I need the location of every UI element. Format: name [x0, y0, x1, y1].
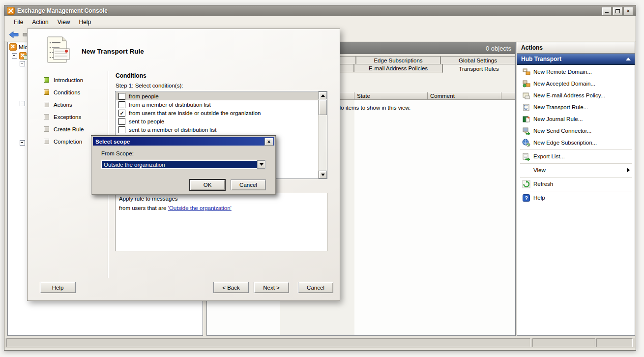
exchange-tree-icon — [9, 43, 17, 51]
scroll-up-icon[interactable] — [319, 91, 327, 99]
journal-rule-icon — [522, 115, 530, 123]
screen: Exchange Management Console × File Actio… — [0, 0, 644, 357]
step1-label: Step 1: Select condition(s): — [116, 83, 183, 89]
minimize-icon — [605, 12, 609, 13]
accepted-domain-icon — [522, 80, 530, 88]
submenu-arrow-icon — [627, 168, 630, 173]
scrollbar-thumb[interactable] — [319, 100, 327, 115]
wizard-help-button[interactable]: Help — [40, 282, 76, 293]
description-prefix: from users that are — [119, 205, 168, 211]
condition-row-from-people[interactable]: from people — [116, 92, 318, 100]
description-line1: Apply rule to messages — [119, 196, 323, 202]
rule-description-box: Apply rule to messages from users that a… — [115, 193, 327, 251]
tab-edge-subscriptions[interactable]: Edge Subscriptions — [356, 56, 440, 64]
tree-node-level2-a[interactable] — [20, 61, 25, 66]
menu-help[interactable]: Help — [75, 17, 96, 27]
tab-email-address-policies[interactable]: E-mail Address Policies — [354, 64, 442, 72]
from-scope-combobox[interactable]: Outside the organization — [101, 160, 266, 169]
checkbox-unchecked[interactable] — [118, 126, 125, 133]
action-help[interactable]: ? Help — [517, 192, 635, 204]
tree-collapse-icon[interactable] — [12, 53, 17, 59]
checkbox-unchecked[interactable] — [118, 118, 125, 125]
action-new-email-address-policy[interactable]: New E-mail Address Policy... — [517, 89, 635, 101]
objects-count: 0 objects — [486, 45, 511, 52]
actions-separator — [520, 149, 632, 150]
hub-transport-group-header[interactable]: Hub Transport — [517, 54, 635, 65]
scroll-down-icon[interactable] — [319, 171, 327, 178]
title-bar[interactable]: Exchange Management Console × — [4, 5, 636, 16]
menu-bar: File Action View Help — [4, 16, 636, 29]
wizard-step-introduction: Introduction — [44, 77, 83, 83]
edge-subscription-icon — [522, 139, 530, 147]
conditions-section-title: Conditions — [116, 72, 146, 79]
tree-node-level2-b[interactable] — [20, 101, 25, 106]
close-icon: × — [267, 139, 270, 145]
condition-row-from-users-scope[interactable]: ✓ from users that are inside or outside … — [116, 109, 318, 117]
column-header-state[interactable]: State — [354, 92, 428, 100]
wizard-next-button[interactable]: Next > — [254, 282, 289, 293]
menu-action[interactable]: Action — [28, 17, 53, 27]
condition-row-sent-to-people[interactable]: sent to people — [116, 117, 318, 125]
hub-transport-label: Hub Transport — [521, 56, 561, 62]
tab-transport-rules[interactable]: Transport Rules — [442, 64, 515, 73]
menu-view[interactable]: View — [53, 17, 75, 27]
actions-separator — [520, 191, 632, 191]
action-refresh[interactable]: Refresh — [517, 178, 635, 190]
step-status-icon — [44, 126, 49, 132]
wizard-cancel-button[interactable]: Cancel — [298, 282, 333, 293]
action-new-remote-domain[interactable]: New Remote Domain... — [517, 66, 635, 78]
back-icon[interactable] — [8, 30, 19, 39]
wizard-step-actions: Actions — [44, 101, 72, 108]
combobox-dropdown-button[interactable] — [257, 160, 265, 169]
minimize-button[interactable] — [602, 7, 612, 15]
action-view[interactable]: View — [517, 164, 635, 176]
tree-node-level1[interactable] — [12, 52, 27, 60]
checkbox-checked[interactable]: ✓ — [118, 110, 125, 117]
tree-collapse-icon[interactable] — [20, 101, 25, 106]
step-status-icon — [44, 139, 49, 144]
select-scope-dialog: Select scope × From Scope: Outside the o… — [91, 135, 276, 195]
menu-file[interactable]: File — [9, 17, 28, 27]
dialog-cancel-button[interactable]: Cancel — [231, 179, 266, 190]
tab-global-settings[interactable]: Global Settings — [440, 56, 515, 64]
action-new-send-connector[interactable]: New Send Connector... — [517, 125, 635, 137]
action-export-list[interactable]: Export List... — [517, 150, 635, 162]
transport-rule-wizard-icon — [46, 36, 71, 67]
chevron-down-icon — [260, 163, 263, 166]
actions-separator — [520, 177, 632, 178]
tree-collapse-icon[interactable] — [20, 61, 25, 66]
action-new-accepted-domain[interactable]: New Accepted Domain... — [517, 78, 635, 89]
help-icon: ? — [522, 194, 530, 202]
action-new-transport-rule[interactable]: New Transport Rule... — [517, 101, 635, 113]
dialog-close-button[interactable]: × — [264, 138, 273, 146]
actions-header: Actions — [517, 42, 635, 54]
action-new-edge-subscription[interactable]: New Edge Subscription... — [517, 137, 635, 149]
wizard-step-create-rule: Create Rule — [44, 126, 84, 132]
tree-collapse-icon[interactable] — [20, 140, 25, 146]
wizard-step-exceptions: Exceptions — [44, 114, 81, 120]
status-segment-2 — [532, 338, 595, 347]
tree-node-level2-c[interactable] — [20, 140, 25, 146]
conditions-scrollbar[interactable] — [318, 91, 327, 178]
dialog-ok-button[interactable]: OK — [190, 179, 225, 190]
export-list-icon — [522, 152, 530, 161]
checkbox-unchecked[interactable] — [118, 101, 125, 108]
condition-row-from-member[interactable]: from a member of distribution list — [116, 100, 318, 109]
collapse-chevron-icon[interactable] — [626, 58, 631, 60]
dialog-title-bar[interactable]: Select scope × — [93, 137, 274, 146]
condition-row-sent-to-member[interactable]: sent to a member of distribution list — [116, 125, 318, 134]
email-address-policy-icon — [522, 91, 530, 100]
tree-node-root[interactable]: Micr — [9, 43, 29, 51]
checkbox-unchecked[interactable] — [118, 93, 125, 100]
status-bar — [5, 338, 635, 348]
wizard-back-button[interactable]: < Back — [213, 282, 249, 293]
restore-button[interactable] — [613, 7, 622, 15]
svg-text:?: ? — [525, 195, 528, 201]
column-header-comment[interactable]: Comment — [428, 92, 501, 100]
close-button[interactable]: × — [623, 7, 633, 15]
transport-rule-icon — [522, 103, 530, 112]
window-title: Exchange Management Console — [17, 7, 601, 14]
description-line2: from users that are 'Outside the organiz… — [119, 205, 323, 211]
action-new-journal-rule[interactable]: New Journal Rule... — [517, 113, 635, 125]
scope-value-link[interactable]: 'Outside the organization' — [168, 205, 232, 211]
